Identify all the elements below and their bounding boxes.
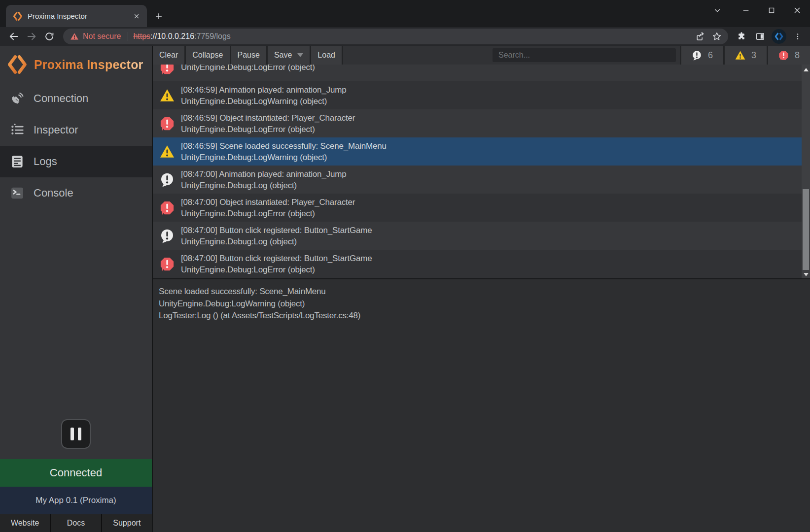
logs-toolbar: Clear Collapse Pause Save Load 6 3 [153, 46, 810, 65]
app-info-bar: My App 0.1 (Proxima) [0, 487, 152, 514]
tab-close-icon[interactable] [131, 11, 142, 22]
not-secure-warning-icon [70, 32, 79, 41]
error-octagon-icon [160, 200, 175, 215]
tab-search-chevron-icon[interactable] [704, 0, 730, 21]
log-message: [08:47:00] Object instantiated: Player_C… [181, 197, 355, 208]
sidebar-item-console[interactable]: Console [0, 177, 152, 209]
logs-main: Clear Collapse Pause Save Load 6 3 [153, 46, 810, 532]
terminal-icon [10, 186, 25, 200]
log-entry[interactable]: UnityEngine.Debug:LogError (object) [153, 65, 810, 81]
info-bubble-icon [160, 172, 175, 187]
scroll-down-icon[interactable] [802, 270, 810, 278]
share-button[interactable] [692, 29, 708, 44]
warning-count: 3 [751, 50, 756, 61]
toolbar-spacer [343, 46, 680, 65]
log-entry[interactable]: [08:46:59] Scene loaded successfully: Sc… [153, 137, 810, 166]
detail-line: Scene loaded successfully: Scene_MainMen… [159, 286, 804, 298]
footer-link-website[interactable]: Website [0, 514, 50, 532]
browser-toolbar: Not secure https://10.0.0.216:7759/logs [0, 27, 810, 46]
log-entry[interactable]: [08:47:00] Button click registered: Butt… [153, 250, 810, 278]
detail-line: UnityEngine.Debug:LogWarning (object) [159, 298, 804, 310]
log-stacktrace: UnityEngine.Debug:LogError (object) [181, 208, 355, 219]
warning-count-toggle[interactable]: 3 [723, 46, 767, 65]
omnibox-divider [128, 32, 128, 41]
extensions-button[interactable] [733, 29, 750, 44]
address-bar[interactable]: Not secure https://10.0.0.216:7759/logs [63, 29, 728, 44]
sidebar-footer: Website Docs Support [0, 514, 152, 532]
forward-button[interactable] [23, 29, 40, 44]
favicon-proxima-icon [13, 11, 23, 21]
detail-line: LogTester:Log () (at Assets/TestScripts/… [159, 310, 804, 322]
status-text: Connected [50, 466, 102, 479]
log-stacktrace: UnityEngine.Debug:LogError (object) [181, 124, 355, 135]
plus-icon [155, 12, 163, 20]
tab-strip: Proxima Inspector [0, 0, 810, 27]
maximize-button[interactable] [759, 0, 784, 21]
list-icon [10, 123, 25, 137]
not-secure-label[interactable]: Not secure [83, 32, 121, 41]
log-stacktrace: UnityEngine.Debug:Log (object) [181, 180, 346, 191]
brand-name: Proxima Inspector [34, 58, 143, 72]
log-list: UnityEngine.Debug:LogError (object) [08:… [153, 65, 810, 278]
profile-avatar[interactable] [771, 29, 787, 44]
footer-link-docs[interactable]: Docs [51, 514, 101, 532]
log-entry[interactable]: [08:46:59] Object instantiated: Player_C… [153, 109, 810, 137]
scrollbar-thumb[interactable] [803, 189, 809, 270]
log-stacktrace: UnityEngine.Debug:LogError (object) [181, 65, 315, 73]
collapse-button[interactable]: Collapse [186, 46, 231, 65]
url-path: :7759/logs [194, 32, 231, 40]
log-stacktrace: UnityEngine.Debug:LogWarning (object) [181, 152, 387, 163]
log-message: [08:46:59] Scene loaded successfully: Sc… [181, 140, 387, 152]
log-stacktrace: UnityEngine.Debug:LogError (object) [181, 264, 372, 275]
log-entry[interactable]: [08:47:00] Button click registered: Butt… [153, 222, 810, 250]
close-window-button[interactable] [784, 0, 810, 21]
reload-button[interactable] [40, 29, 58, 44]
back-button[interactable] [5, 29, 23, 44]
url-scheme: https [133, 32, 150, 40]
log-message: [08:46:59] Animation played: animation_J… [181, 84, 346, 96]
log-stacktrace: UnityEngine.Debug:Log (object) [181, 236, 372, 247]
log-entry[interactable]: [08:47:00] Object instantiated: Player_C… [153, 194, 810, 222]
error-count-toggle[interactable]: 8 [767, 46, 810, 65]
sidebar-item-logs[interactable]: Logs [0, 146, 152, 177]
connection-status-badge: Connected [0, 459, 152, 487]
sidebar-item-inspector[interactable]: Inspector [0, 114, 152, 146]
sidebar-item-connection[interactable]: Connection [0, 83, 152, 114]
footer-link-support[interactable]: Support [102, 514, 152, 532]
url-text[interactable]: https://10.0.0.216:7759/logs [133, 32, 692, 41]
satellite-dish-icon [10, 91, 25, 106]
pause-stream-button[interactable] [61, 419, 91, 449]
warning-triangle-icon [160, 88, 175, 103]
minimize-button[interactable] [733, 0, 759, 21]
sidebar: Proxima Inspector Connection Inspector L… [0, 46, 153, 532]
save-dropdown-caret-icon[interactable] [297, 53, 303, 57]
scroll-up-icon[interactable] [802, 66, 810, 73]
menu-kebab-icon[interactable] [789, 29, 806, 44]
info-count-toggle[interactable]: 6 [680, 46, 723, 65]
save-button[interactable]: Save [268, 46, 311, 65]
browser-tab[interactable]: Proxima Inspector [6, 5, 147, 27]
error-octagon-icon [778, 50, 789, 61]
error-octagon-icon [160, 257, 175, 271]
clear-button[interactable]: Clear [153, 46, 186, 65]
document-icon [10, 154, 25, 169]
app-info-text: My App 0.1 (Proxima) [35, 496, 116, 505]
log-message: [08:47:00] Button click registered: Butt… [181, 225, 372, 236]
error-octagon-icon [160, 65, 175, 75]
log-message: [08:46:59] Object instantiated: Player_C… [181, 112, 355, 124]
bookmark-star-button[interactable] [708, 29, 725, 44]
new-tab-button[interactable] [152, 9, 166, 23]
info-count: 6 [708, 50, 713, 61]
scrollbar[interactable] [802, 65, 810, 278]
window-controls [704, 0, 810, 21]
proxima-logo-icon [7, 54, 28, 75]
side-panel-button[interactable] [752, 29, 769, 44]
search-input[interactable] [493, 48, 676, 62]
log-entry[interactable]: [08:47:00] Animation played: animation_J… [153, 166, 810, 194]
log-entry[interactable]: [08:46:59] Animation played: animation_J… [153, 81, 810, 109]
load-button[interactable]: Load [311, 46, 343, 65]
pause-logs-button[interactable]: Pause [231, 46, 268, 65]
info-bubble-icon [160, 229, 175, 243]
error-octagon-icon [160, 116, 175, 131]
warning-triangle-icon [160, 144, 175, 159]
